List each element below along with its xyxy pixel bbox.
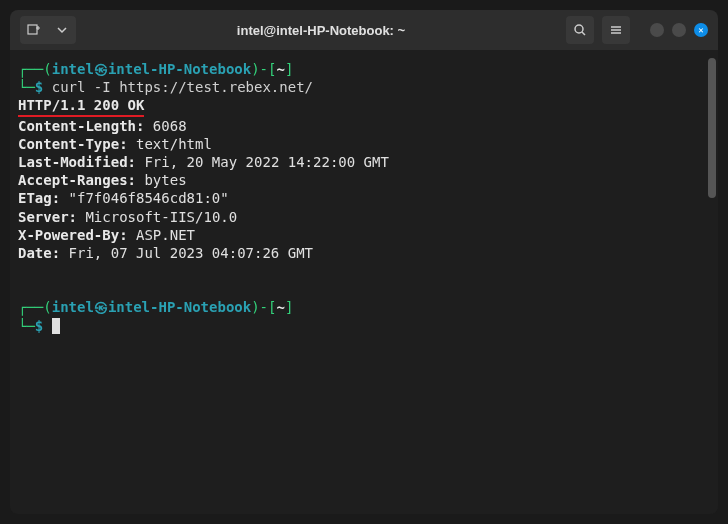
prompt-line2-start: └─ — [18, 79, 35, 95]
header-value: bytes — [136, 172, 187, 188]
prompt-bracket-close: )-[ — [251, 61, 276, 77]
prompt-user: intel — [52, 61, 94, 77]
header-value: text/html — [128, 136, 212, 152]
window-title: intel@intel-HP-Notebook: ~ — [84, 23, 558, 38]
header-key: X-Powered-By: — [18, 227, 128, 243]
right-controls: ✕ — [566, 16, 708, 44]
header-key: Content-Length: — [18, 118, 144, 134]
http-status: HTTP/1.1 200 OK — [18, 96, 144, 116]
window-controls: ✕ — [650, 23, 708, 37]
command-text: curl -I https://test.rebex.net/ — [43, 79, 313, 95]
tab-controls — [20, 16, 76, 44]
prompt-at: ㉿ — [94, 299, 108, 315]
prompt-path: ~ — [276, 61, 284, 77]
menu-button[interactable] — [602, 16, 630, 44]
header-line: Content-Type: text/html — [18, 135, 710, 153]
svg-line-4 — [582, 32, 585, 35]
header-value: Fri, 20 May 2022 14:22:00 GMT — [136, 154, 389, 170]
header-key: Date: — [18, 245, 60, 261]
prompt-at: ㉿ — [94, 61, 108, 77]
svg-rect-0 — [28, 25, 37, 34]
prompt-bracket-close: )-[ — [251, 299, 276, 315]
http-status-line: HTTP/1.1 200 OK — [18, 96, 710, 116]
dropdown-button[interactable] — [48, 16, 76, 44]
header-key: Server: — [18, 209, 77, 225]
command-line-1: └─$ curl -I https://test.rebex.net/ — [18, 78, 710, 96]
prompt-host: intel-HP-Notebook — [108, 299, 251, 315]
header-line: Content-Length: 6068 — [18, 117, 710, 135]
maximize-button[interactable] — [672, 23, 686, 37]
prompt-bracket-open: ┌──( — [18, 299, 52, 315]
header-line: Date: Fri, 07 Jul 2023 04:07:26 GMT — [18, 244, 710, 262]
header-line: Accept-Ranges: bytes — [18, 171, 710, 189]
header-value: Fri, 07 Jul 2023 04:07:26 GMT — [60, 245, 313, 261]
new-tab-icon — [27, 23, 41, 37]
minimize-button[interactable] — [650, 23, 664, 37]
header-value: Microsoft-IIS/10.0 — [77, 209, 237, 225]
chevron-down-icon — [57, 25, 67, 35]
header-value: "f7f046f8546cd81:0" — [60, 190, 229, 206]
blank-line — [18, 280, 710, 298]
header-line: ETag: "f7f046f8546cd81:0" — [18, 189, 710, 207]
close-button[interactable]: ✕ — [694, 23, 708, 37]
header-line: Last-Modified: Fri, 20 May 2022 14:22:00… — [18, 153, 710, 171]
terminal-content: ┌──(intel㉿intel-HP-Notebook)-[~] └─$ cur… — [18, 60, 710, 335]
search-icon — [573, 23, 587, 37]
prompt-end-bracket: ] — [285, 61, 293, 77]
prompt-line-2: ┌──(intel㉿intel-HP-Notebook)-[~] — [18, 298, 710, 316]
blank-line — [18, 262, 710, 280]
header-key: ETag: — [18, 190, 60, 206]
prompt-end-bracket: ] — [285, 299, 293, 315]
prompt-line-1: ┌──(intel㉿intel-HP-Notebook)-[~] — [18, 60, 710, 78]
search-button[interactable] — [566, 16, 594, 44]
header-key: Content-Type: — [18, 136, 128, 152]
prompt-path: ~ — [276, 299, 284, 315]
prompt-line2-start: └─ — [18, 318, 35, 334]
terminal-body[interactable]: ┌──(intel㉿intel-HP-Notebook)-[~] └─$ cur… — [10, 50, 718, 514]
header-value: ASP.NET — [128, 227, 195, 243]
header-value: 6068 — [144, 118, 186, 134]
prompt-bracket-open: ┌──( — [18, 61, 52, 77]
header-key: Accept-Ranges: — [18, 172, 136, 188]
svg-point-3 — [575, 25, 583, 33]
prompt-host: intel-HP-Notebook — [108, 61, 251, 77]
header-line: Server: Microsoft-IIS/10.0 — [18, 208, 710, 226]
scrollbar[interactable] — [708, 58, 716, 198]
cursor — [52, 318, 60, 334]
titlebar: intel@intel-HP-Notebook: ~ ✕ — [10, 10, 718, 50]
terminal-window: intel@intel-HP-Notebook: ~ ✕ — [10, 10, 718, 514]
header-key: Last-Modified: — [18, 154, 136, 170]
header-line: X-Powered-By: ASP.NET — [18, 226, 710, 244]
hamburger-icon — [609, 23, 623, 37]
prompt-user: intel — [52, 299, 94, 315]
command-line-2: └─$ — [18, 317, 710, 335]
new-tab-button[interactable] — [20, 16, 48, 44]
